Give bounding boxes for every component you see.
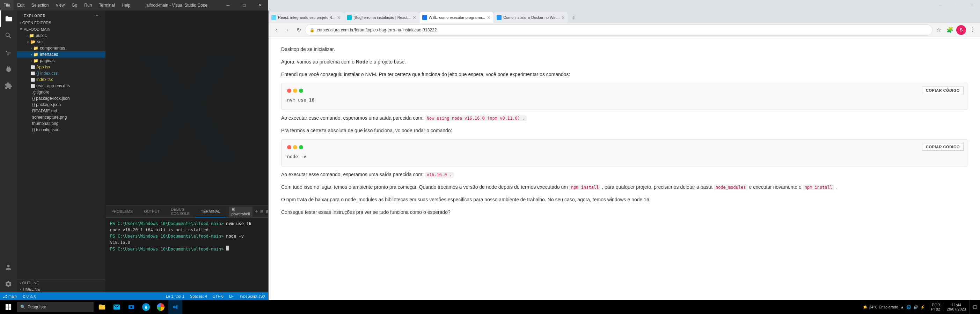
tab-output[interactable]: OUTPUT bbox=[138, 206, 165, 217]
svg-rect-2 bbox=[6, 308, 8, 310]
bookmark-button[interactable]: ☆ bbox=[934, 25, 944, 35]
tab3-close[interactable]: ✕ bbox=[487, 15, 491, 20]
menu-go[interactable]: Go bbox=[68, 0, 81, 11]
menu-selection[interactable]: Selection bbox=[28, 0, 52, 11]
language-status[interactable]: TypeScript JSX bbox=[237, 294, 268, 298]
copy-code-1-button[interactable]: COPIAR CÓDIGO bbox=[922, 87, 964, 94]
menu-run[interactable]: Run bbox=[81, 0, 95, 11]
tree-item-react-app-env[interactable]: ⬜ react-app-env.d.ts bbox=[17, 83, 105, 89]
search-icon: 🔍 bbox=[20, 304, 25, 309]
tree-item-screencapture[interactable]: ⬜ screencapture.png bbox=[17, 114, 105, 121]
menu-file[interactable]: File bbox=[0, 0, 14, 11]
spaces-status[interactable]: Spaces: 4 bbox=[187, 294, 210, 298]
tree-item-readme[interactable]: ⬜ README.md bbox=[17, 108, 105, 114]
tree-item-public[interactable]: › 📁 public bbox=[17, 32, 105, 39]
activity-search[interactable] bbox=[0, 27, 17, 44]
copy-code-2-button[interactable]: COPIAR CÓDIGO bbox=[922, 143, 964, 151]
network-icon[interactable]: 🌐 bbox=[906, 305, 911, 309]
open-editors-section[interactable]: › OPEN EDITORS bbox=[17, 19, 105, 26]
trash-icon[interactable]: 🗑 bbox=[266, 209, 268, 214]
tree-item-package-lock[interactable]: ⬜ {} package-lock.json bbox=[17, 95, 105, 101]
address-url: cursos.alura.com.br/forum/topico-bug-err… bbox=[317, 28, 928, 32]
activity-git[interactable] bbox=[0, 44, 17, 61]
alfood-main-section[interactable]: ∨ ALFOOD-MAIN bbox=[17, 26, 105, 32]
outline-section[interactable]: › OUTLINE bbox=[17, 279, 105, 286]
eol-status[interactable]: LF bbox=[226, 294, 237, 298]
volume-icon[interactable]: 🔊 bbox=[913, 305, 918, 309]
tab2-close[interactable]: ✕ bbox=[412, 15, 416, 20]
tree-label: src bbox=[37, 40, 43, 44]
extensions-button[interactable]: 🧩 bbox=[945, 25, 955, 35]
activity-extensions[interactable] bbox=[0, 78, 17, 94]
notification-center[interactable]: □ bbox=[969, 300, 980, 314]
vscode-watermark: X bbox=[134, 17, 239, 198]
reload-button[interactable]: ↻ bbox=[294, 25, 304, 35]
clock-widget[interactable]: 11:44 28/07/2023 bbox=[943, 303, 969, 311]
browser-tab-2[interactable]: [Bug] erro na instalação | React... ✕ bbox=[344, 12, 419, 23]
browser-tab-3[interactable]: WSL: como executar programa... ✕ bbox=[420, 12, 493, 23]
browser-maximize[interactable]: □ bbox=[948, 0, 964, 11]
taskbar-icon-store[interactable] bbox=[124, 300, 138, 314]
activity-files[interactable] bbox=[0, 11, 17, 27]
forward-button[interactable]: › bbox=[283, 25, 292, 35]
taskbar-icon-mail[interactable] bbox=[110, 300, 124, 314]
ln-col-status[interactable]: Ln 1, Col 1 bbox=[163, 294, 187, 298]
new-tab-button[interactable]: + bbox=[568, 13, 579, 23]
taskbar-icon-edge[interactable]: e bbox=[139, 300, 153, 314]
profile-button[interactable]: S bbox=[956, 25, 966, 35]
tree-item-package-json[interactable]: ⬜ {} package.json bbox=[17, 101, 105, 108]
encoding-status[interactable]: UTF-8 bbox=[210, 294, 226, 298]
outline-label: OUTLINE bbox=[22, 281, 39, 285]
tree-item-tsconfig[interactable]: ⬜ {} tsconfig.json bbox=[17, 127, 105, 133]
menu-help[interactable]: Help bbox=[118, 0, 134, 11]
start-button[interactable] bbox=[0, 300, 17, 314]
browser-menu-button[interactable]: ⋮ bbox=[967, 25, 977, 35]
chevron-right-icon: › bbox=[31, 53, 32, 57]
tab4-close[interactable]: ✕ bbox=[561, 15, 565, 20]
tree-label: {} package-lock.json bbox=[32, 96, 70, 101]
activity-account[interactable] bbox=[0, 259, 17, 276]
tab1-close[interactable]: ✕ bbox=[337, 15, 341, 20]
split-terminal-icon[interactable]: ⊟ bbox=[260, 209, 263, 214]
menu-edit[interactable]: Edit bbox=[14, 0, 28, 11]
file-icon: ⬜ bbox=[31, 78, 35, 82]
tab-problems[interactable]: PROBLEMS bbox=[106, 206, 138, 217]
tree-item-thumbnail[interactable]: ⬜ thumbnail.png bbox=[17, 121, 105, 127]
tree-item-src[interactable]: ∨ 📂 src bbox=[17, 39, 105, 45]
taskbar-icon-chrome[interactable] bbox=[154, 300, 168, 314]
menu-terminal[interactable]: Terminal bbox=[95, 0, 118, 11]
errors-status[interactable]: ⊘ 0 ⚠ 0 bbox=[19, 294, 39, 299]
minimize-button[interactable]: ─ bbox=[220, 0, 236, 11]
browser-tab-1[interactable]: React: integrando seu projeto R... ✕ bbox=[269, 12, 344, 23]
add-terminal-icon[interactable]: + bbox=[255, 208, 258, 214]
tab-terminal[interactable]: TERMINAL bbox=[195, 206, 226, 217]
browser-minimize[interactable]: ─ bbox=[932, 0, 948, 11]
tab-debug-console[interactable]: DEBUG CONSOLE bbox=[165, 206, 195, 217]
timeline-section[interactable]: › TIMELINE bbox=[17, 286, 105, 292]
tree-item-interfaces[interactable]: › 📁 interfaces bbox=[17, 51, 105, 57]
tree-item-gitignore[interactable]: ⬜ .gitignore bbox=[17, 89, 105, 95]
close-button[interactable]: ✕ bbox=[252, 0, 268, 11]
tree-item-componentes[interactable]: › 📁 componentes bbox=[17, 45, 105, 51]
tree-item-app-tsx[interactable]: ⬜ App.tsx bbox=[17, 64, 105, 70]
back-button[interactable]: ‹ bbox=[271, 25, 281, 35]
tree-item-index-tsx[interactable]: ⬜ index.tsx bbox=[17, 76, 105, 83]
tab1-favicon bbox=[271, 15, 276, 20]
chevron-down-icon: ∨ bbox=[27, 40, 29, 44]
browser-close[interactable]: ✕ bbox=[964, 0, 980, 11]
activity-debug[interactable] bbox=[0, 61, 17, 78]
browser-tab-4[interactable]: Como instalar o Docker no Win... ✕ bbox=[494, 12, 568, 23]
sidebar-menu-icon[interactable]: ··· bbox=[95, 14, 99, 18]
activity-settings[interactable] bbox=[0, 276, 17, 292]
taskbar-icon-vscode[interactable] bbox=[168, 300, 182, 314]
keyboard-label: PT82 bbox=[931, 307, 940, 311]
tree-item-index-css[interactable]: ⬜ {} index.css bbox=[17, 70, 105, 76]
menu-view[interactable]: View bbox=[52, 0, 68, 11]
maximize-button[interactable]: □ bbox=[236, 0, 252, 11]
tree-item-paginas[interactable]: › 📁 paginas bbox=[17, 57, 105, 64]
warning-icon: ⚠ bbox=[30, 294, 33, 299]
notifications-icon[interactable]: ▲ bbox=[900, 305, 904, 309]
search-bar[interactable]: 🔍 Pesquisar bbox=[17, 302, 94, 312]
git-branch-status[interactable]: ⎇ main bbox=[0, 294, 19, 299]
taskbar-icon-explorer[interactable] bbox=[95, 300, 109, 314]
